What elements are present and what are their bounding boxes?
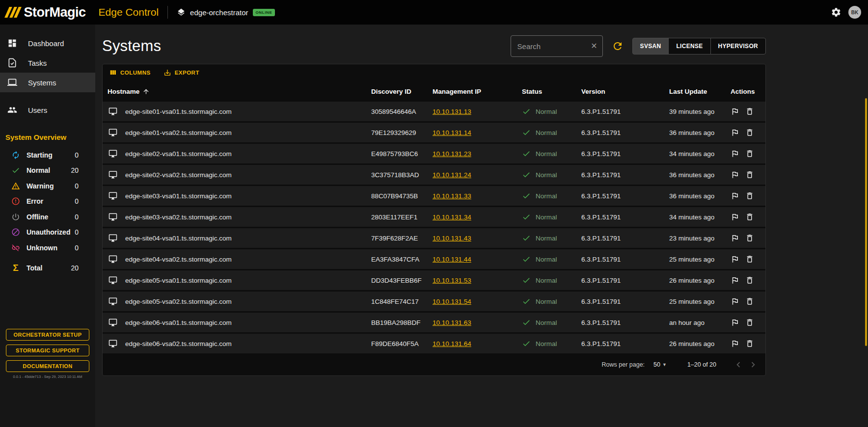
flag-button[interactable] [731,191,739,200]
flag-button[interactable] [731,149,739,158]
management-ip-link[interactable]: 10.10.131.13 [433,108,471,115]
table-row[interactable]: edge-site05-vsa02.ts.stormagic.com 1C848… [103,292,765,311]
header-status[interactable]: Status [522,88,581,95]
avatar[interactable]: BK [848,6,861,19]
status-label: Offline [27,213,48,221]
sidebar-item-dashboard[interactable]: Dashboard [0,33,95,53]
documentation-button[interactable]: DOCUMENTATION [6,360,89,372]
flag-icon [731,297,739,306]
orchestrator-selector[interactable]: edge-orchestrator ONLINE [177,8,275,17]
trash-icon [745,191,754,200]
hostname-text: edge-site04-vsa02.ts.stormagic.com [125,256,232,263]
delete-button[interactable] [745,276,754,285]
starting-icon [11,151,20,160]
delete-button[interactable] [745,297,754,306]
table-row[interactable]: edge-site03-vsa01.ts.stormagic.com 88C07… [103,186,765,206]
orchestrator-setup-button[interactable]: ORCHESTRATOR SETUP [6,329,89,341]
header-version[interactable]: Version [581,88,669,95]
delete-button[interactable] [745,107,754,116]
table-row[interactable]: edge-site01-vsa02.ts.stormagic.com 79E12… [103,123,765,142]
management-ip-link[interactable]: 10.10.131.23 [433,150,471,158]
flag-button[interactable] [731,234,739,242]
sidebar-item-tasks[interactable]: Tasks [0,53,95,73]
delete-button[interactable] [745,234,754,242]
flag-button[interactable] [731,128,739,137]
flag-icon [731,255,739,264]
sidebar-item-users[interactable]: Users [0,100,95,120]
flag-button[interactable] [731,170,739,179]
columns-button[interactable]: COLUMNS [109,69,151,77]
discovery-id-text: 30589546646A [371,108,433,115]
table-row[interactable]: edge-site01-vsa01.ts.stormagic.com 30589… [103,102,765,121]
management-ip-link[interactable]: 10.10.131.53 [433,277,471,284]
table-row[interactable]: edge-site04-vsa02.ts.stormagic.com EA3FA… [103,249,765,269]
dashboard-icon [7,38,17,48]
next-page-button[interactable] [748,359,759,370]
delete-button[interactable] [745,149,754,158]
header-discovery-id[interactable]: Discovery ID [371,88,433,95]
management-ip-link[interactable]: 10.10.131.64 [433,340,471,347]
status-count: 0 [75,151,79,159]
flag-button[interactable] [731,276,739,285]
tab-svsan[interactable]: SVSAN [632,38,669,54]
refresh-button[interactable] [612,40,624,52]
trash-icon [745,339,754,348]
flag-button[interactable] [731,318,739,327]
status-count: 20 [71,166,79,174]
delete-button[interactable] [745,128,754,137]
delete-button[interactable] [745,318,754,327]
rows-per-page-select[interactable]: 50 ▼ [653,361,667,368]
settings-button[interactable] [831,7,841,18]
clear-search-icon[interactable]: ✕ [591,42,597,50]
export-label: EXPORT [175,70,199,76]
stormagic-support-button[interactable]: STORMAGIC SUPPORT [6,345,89,356]
export-button[interactable]: EXPORT [163,69,199,77]
table-row[interactable]: edge-site04-vsa01.ts.stormagic.com 7F39F… [103,228,765,248]
flag-button[interactable] [731,107,739,116]
management-ip-link[interactable]: 10.10.131.14 [433,129,471,136]
previous-page-button[interactable] [733,359,744,370]
table-row[interactable]: edge-site03-vsa02.ts.stormagic.com 2803E… [103,207,765,227]
table-row[interactable]: edge-site06-vsa01.ts.stormagic.com BB19B… [103,313,765,332]
status-row-error: Error 0 [0,194,95,210]
tab-hypervisor[interactable]: HYPERVISOR [710,38,766,54]
check-icon [522,128,531,137]
header-last-update[interactable]: Last Update [669,88,731,95]
management-ip-link[interactable]: 10.10.131.44 [433,256,471,263]
delete-button[interactable] [745,191,754,200]
last-update-text: 36 minutes ago [669,192,731,200]
table-row[interactable]: edge-site05-vsa01.ts.stormagic.com DD3D4… [103,270,765,290]
online-badge: ONLINE [253,9,275,16]
table-row[interactable]: edge-site06-vsa02.ts.stormagic.com F89DE… [103,334,765,353]
flag-icon [731,213,739,221]
management-ip-link[interactable]: 10.10.131.43 [433,235,471,242]
monitor-icon [108,318,117,327]
table-row[interactable]: edge-site02-vsa01.ts.stormagic.com E4987… [103,144,765,163]
status-text: Normal [536,277,557,284]
search-input[interactable] [517,42,591,51]
monitor-icon [108,255,117,264]
delete-button[interactable] [745,255,754,264]
delete-button[interactable] [745,339,754,348]
header-hostname[interactable]: Hostname [108,88,371,95]
management-ip-link[interactable]: 10.10.131.24 [433,171,471,179]
header-management-ip[interactable]: Management IP [433,88,522,95]
status-text: Normal [536,192,557,200]
sidebar-item-systems[interactable]: Systems [0,73,95,92]
management-ip-link[interactable]: 10.10.131.34 [433,214,471,221]
delete-button[interactable] [745,213,754,221]
table-row[interactable]: edge-site02-vsa02.ts.stormagic.com 3C375… [103,165,765,185]
version-text: 6.3.P1.51791 [581,277,669,284]
tab-license[interactable]: LICENSE [668,38,710,54]
delete-button[interactable] [745,170,754,179]
flag-button[interactable] [731,255,739,264]
hostname-text: edge-site05-vsa02.ts.stormagic.com [125,298,232,305]
management-ip-link[interactable]: 10.10.131.54 [433,298,471,305]
scrollbar-thumb[interactable] [865,98,867,346]
flag-button[interactable] [731,297,739,306]
management-ip-link[interactable]: 10.10.131.33 [433,192,471,200]
flag-button[interactable] [731,339,739,348]
monitor-icon [108,170,117,179]
management-ip-link[interactable]: 10.10.131.63 [433,319,471,326]
flag-button[interactable] [731,213,739,221]
